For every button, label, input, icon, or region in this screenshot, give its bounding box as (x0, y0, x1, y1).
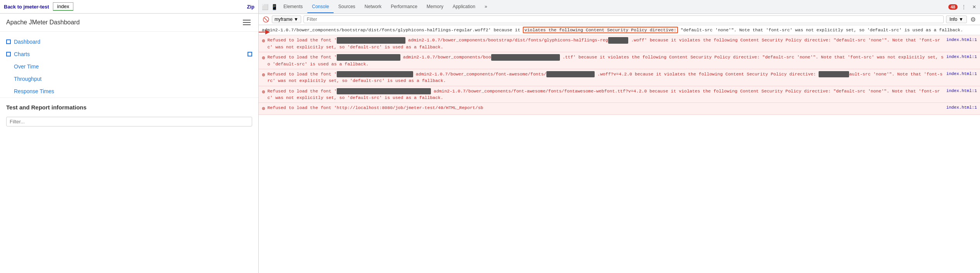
entry-1-error-icon: ⊗ (262, 37, 265, 45)
entry-4-header: ⊗ Refused to load the font ' admin2-1.0.… (262, 88, 977, 101)
entry-1-header: ⊗ Refused to load the font ' admin2-1.0.… (262, 37, 977, 50)
dashboard-label: Dashboard (14, 39, 41, 45)
console-entry-0: admin2-1.0.7/bower_components/bootstrap/… (259, 25, 980, 35)
entry-4-link[interactable]: index.html:1 (946, 88, 977, 94)
filter-row (0, 114, 258, 130)
tab-console[interactable]: Console (307, 1, 334, 13)
info-label: Info (949, 17, 957, 22)
entry-3-blur-3 (819, 71, 849, 78)
entry-2-link[interactable]: index.html:1 (946, 54, 977, 60)
hamburger-menu[interactable] (241, 18, 252, 27)
entry-0-text: admin2-1.0.7/bower_components/bootstrap/… (262, 27, 977, 33)
app-header: Apache JMeter Dashboard (0, 14, 258, 32)
tab-performance[interactable]: Performance (386, 1, 422, 13)
nav-sub-item-response-times[interactable]: Response Times (0, 85, 258, 97)
info-selector[interactable]: Info ▼ (946, 15, 967, 23)
console-entry-5: ⊗ Refused to load the font 'http://local… (259, 103, 980, 115)
console-entry-1: ⊗ Refused to load the font ' admin2-1.0.… (259, 35, 980, 52)
entry-0-highlight: violates the following Content Security … (523, 27, 678, 33)
console-output: admin2-1.0.7/bower_components/bootstrap/… (259, 25, 980, 273)
clear-console-btn[interactable]: 🚫 (262, 15, 270, 23)
entry-3-header: ⊗ Refused to load the font ' admin2-1.0.… (262, 71, 977, 84)
device-icon-btn[interactable]: 📱 (270, 2, 279, 12)
entry-1-blur-1 (337, 37, 405, 44)
entry-5-text: Refused to load the font 'http://localho… (267, 104, 944, 111)
nav-sub-item-throughput[interactable]: Throughput (0, 73, 258, 85)
console-settings-btn[interactable]: ⚙ (969, 15, 977, 23)
left-panel: Back to jmeter-test index Zip Apache JMe… (0, 0, 259, 273)
console-entry-4: ⊗ Refused to load the font ' admin2-1.0.… (259, 86, 980, 103)
filter-input[interactable] (6, 117, 252, 126)
entry-2-blur-2 (491, 54, 560, 61)
index-tab[interactable]: index (53, 2, 73, 11)
charts-label: Charts (14, 51, 30, 57)
tab-memory[interactable]: Memory (422, 1, 448, 13)
nav-item-dashboard[interactable]: Dashboard (0, 36, 258, 48)
devtools-more-btn[interactable]: ⋮ (959, 3, 968, 11)
console-entry-2: ⊗ Refused to load the font ' admin2-1.0.… (259, 52, 980, 69)
nav-item-charts[interactable]: Charts (0, 48, 258, 60)
entry-1-blur-2 (608, 37, 629, 44)
inspect-icon-btn[interactable]: ⬜ (260, 2, 270, 12)
entry-3-error-icon: ⊗ (262, 71, 265, 79)
entry-3-blur-1 (337, 71, 413, 78)
devtools-toolbar: 🚫 myframe ▼ Info ▼ ⚙ (259, 14, 980, 25)
frame-selector-arrow: ▼ (294, 17, 298, 22)
nav-sub-item-over-time[interactable]: Over Time (0, 60, 258, 73)
charts-expand-icon (248, 52, 252, 56)
tab-application[interactable]: Application (448, 1, 480, 13)
frame-selector-label: myframe (275, 17, 293, 22)
entry-4-error-icon: ⊗ (262, 88, 265, 96)
entry-5-header: ⊗ Refused to load the font 'http://local… (262, 104, 977, 113)
frame-selector[interactable]: myframe ▼ (272, 15, 301, 23)
tab-more[interactable]: » (480, 1, 492, 13)
dashboard-icon (6, 39, 11, 44)
entry-2-error-icon: ⊗ (262, 54, 265, 62)
devtools-tab-icons: 48 ⋮ ✕ (948, 3, 978, 11)
entry-5-link[interactable]: index.html:1 (946, 104, 977, 111)
entry-3-link[interactable]: index.html:1 (946, 71, 977, 77)
entry-1-link[interactable]: index.html:1 (946, 37, 977, 43)
entry-1-text: Refused to load the font ' admin2-1.0.7/… (267, 37, 944, 50)
tab-elements[interactable]: Elements (279, 1, 307, 13)
entry-0-header: admin2-1.0.7/bower_components/bootstrap/… (262, 27, 977, 33)
entry-4-text: Refused to load the font ' admin2-1.0.7/… (267, 88, 944, 101)
entry-5-error-icon: ⊗ (262, 105, 265, 113)
nav-menu: Dashboard Charts Over Time Throughput Re… (0, 32, 258, 273)
zip-link[interactable]: Zip (247, 4, 255, 10)
entry-2-text: Refused to load the font ' admin2-1.0.7/… (267, 54, 944, 67)
console-filter-input[interactable] (303, 15, 944, 23)
entry-3-text: Refused to load the font ' admin2-1.0.7/… (267, 71, 944, 84)
hamburger-line-2 (243, 22, 251, 23)
back-link[interactable]: Back to jmeter-test (4, 4, 49, 10)
tab-sources[interactable]: Sources (334, 1, 360, 13)
tab-bar-left: Elements Console Sources Network Perform… (279, 1, 492, 13)
hamburger-line-1 (243, 20, 251, 20)
console-entry-3: ⊗ Refused to load the font ' admin2-1.0.… (259, 69, 980, 86)
entry-2-blur-1 (337, 54, 400, 61)
devtools-tab-bar: ⬜ 📱 Elements Console Sources Network Per… (259, 0, 980, 14)
entry-3-blur-2 (546, 71, 595, 78)
app-title: Apache JMeter Dashboard (6, 19, 80, 26)
devtools-close-btn[interactable]: ✕ (970, 3, 978, 11)
top-bar: Back to jmeter-test index Zip (0, 0, 258, 14)
charts-icon (6, 52, 11, 56)
entry-4-blur-1 (337, 88, 431, 95)
section-title: Test and Report informations (0, 97, 258, 114)
tab-network[interactable]: Network (360, 1, 386, 13)
hamburger-line-3 (243, 24, 251, 25)
devtools-panel: ⬜ 📱 Elements Console Sources Network Per… (259, 0, 980, 273)
info-dropdown-arrow: ▼ (959, 17, 963, 22)
entry-2-header: ⊗ Refused to load the font ' admin2-1.0.… (262, 54, 977, 67)
error-count-badge: 48 (948, 4, 958, 10)
